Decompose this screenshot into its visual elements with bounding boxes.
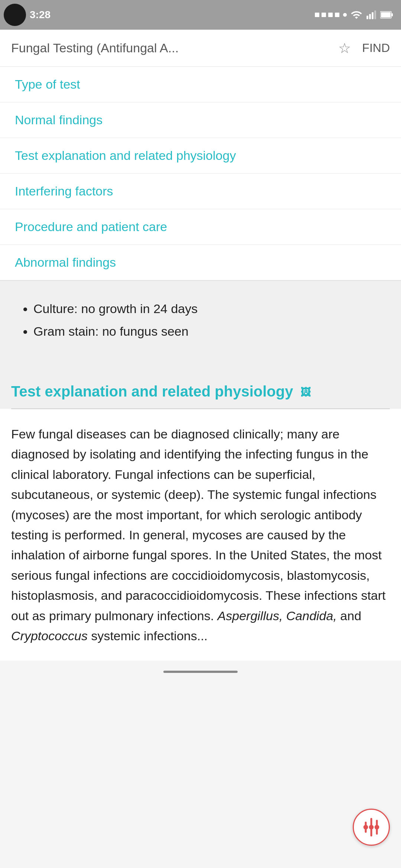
toc-label-interfering-factors: Interfering factors [15,184,113,198]
dot1 [315,13,319,17]
toc-item-abnormal-findings[interactable]: Abnormal findings [0,245,401,280]
test-explanation-heading-container: Test explanation and related physiology … [0,367,401,409]
bullet-gram-stain: Gram stain: no fungus seen [33,322,375,341]
body-text-after-italic1: and [337,609,361,623]
body-text-main: Few fungal diseases can be diagnosed cli… [11,427,386,623]
table-of-contents: Type of test Normal findings Test explan… [0,67,401,281]
toc-label-procedure-patient-care: Procedure and patient care [15,220,167,234]
toc-item-test-explanation[interactable]: Test explanation and related physiology [0,138,401,174]
toc-label-test-explanation: Test explanation and related physiology [15,148,236,163]
status-time: 3:28 [30,9,50,21]
dot2 [322,13,326,17]
bookmark-star-icon[interactable]: ☆ [338,40,351,56]
notification-dot [343,13,347,17]
normal-findings-content: Culture: no growth in 24 days Gram stain… [0,281,401,367]
toc-item-normal-findings[interactable]: Normal findings [0,102,401,138]
home-indicator[interactable] [163,671,238,673]
toc-item-interfering-factors[interactable]: Interfering factors [0,174,401,209]
toc-item-type-of-test[interactable]: Type of test [0,67,401,102]
svg-rect-2 [372,12,374,19]
dot4 [335,13,339,17]
status-icons [315,9,394,21]
normal-findings-list: Culture: no growth in 24 days Gram stain… [15,292,386,356]
wifi-icon [351,9,362,21]
toc-item-procedure-patient-care[interactable]: Procedure and patient care [0,209,401,245]
body-text-italic1: Aspergillus, Candida, [218,609,337,623]
test-explanation-heading: Test explanation and related physiology … [0,367,401,408]
signal-dots [315,13,339,17]
svg-rect-6 [381,12,391,17]
find-button[interactable]: FIND [362,41,390,55]
app-header: Fungal Testing (Antifungal A... ☆ FIND [0,30,401,67]
dot3 [328,13,333,17]
toc-label-type-of-test: Type of test [15,77,80,92]
svg-rect-3 [374,10,376,19]
page-title: Fungal Testing (Antifungal A... [11,41,338,55]
svg-rect-5 [391,13,393,16]
body-text-italic2: Cryptococcus [11,629,88,643]
test-explanation-body: Few fungal diseases can be diagnosed cli… [0,409,401,661]
body-text-after-italic2: systemic infections... [88,629,208,643]
bullet-culture: Culture: no growth in 24 days [33,299,375,318]
toc-label-abnormal-findings: Abnormal findings [15,255,116,270]
image-icon: 🖼 [300,387,311,398]
svg-rect-1 [369,14,371,19]
status-bar: 3:28 [0,0,401,30]
test-explanation-heading-text: Test explanation and related physiology [11,383,293,400]
svg-rect-0 [366,16,368,19]
bottom-nav-bar [0,661,401,683]
toc-label-normal-findings: Normal findings [15,113,102,127]
battery-icon [380,10,394,20]
camera-circle [4,4,26,26]
signal-icon [366,10,376,20]
